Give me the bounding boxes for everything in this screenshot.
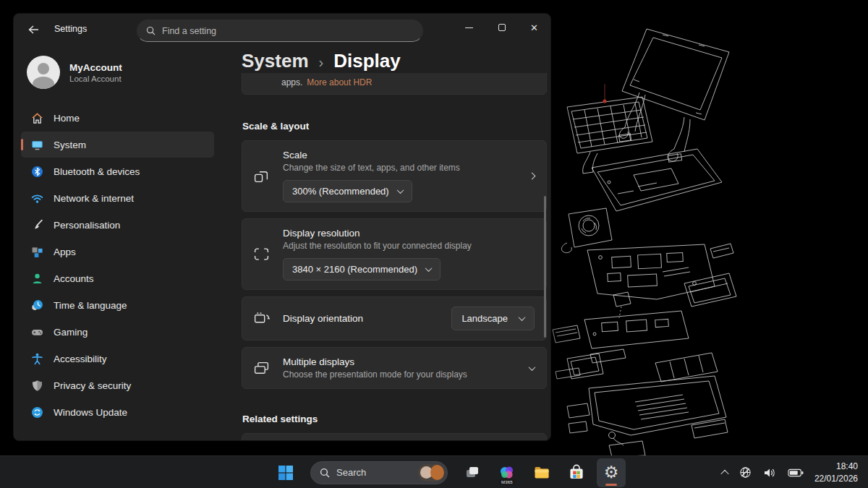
file-explorer-icon xyxy=(533,464,550,481)
resolution-subtitle: Adjust the resolution to fit your connec… xyxy=(283,241,535,251)
home-icon xyxy=(30,111,43,124)
settings-gear-icon: ⚙ xyxy=(604,464,619,481)
sidebar-item-label: Privacy & security xyxy=(54,380,131,391)
maximize-button[interactable] xyxy=(485,14,518,41)
taskbar: Search M365 ⚙ xyxy=(0,455,868,488)
sidebar-nav: Home System Bluetooth & devices xyxy=(14,105,221,425)
task-view-button[interactable] xyxy=(458,458,487,487)
sidebar-item-label: Gaming xyxy=(54,327,88,338)
search-icon xyxy=(320,468,330,478)
display-orientation-icon xyxy=(252,310,270,328)
copilot-m365-button[interactable]: M365 xyxy=(493,458,522,487)
chevron-down-icon xyxy=(529,364,536,371)
close-button[interactable]: ✕ xyxy=(518,14,550,41)
apps-icon xyxy=(30,245,43,258)
avatar xyxy=(27,56,60,89)
resolution-value: 3840 × 2160 (Recommended) xyxy=(292,264,417,275)
accessibility-icon xyxy=(30,352,43,365)
breadcrumb-system[interactable]: System xyxy=(242,50,309,72)
bluetooth-icon xyxy=(30,165,43,178)
account-card[interactable]: MyAccount Local Account xyxy=(14,46,221,93)
settings-content: apps. More about HDR Scale & layout Scal… xyxy=(242,73,547,440)
orientation-dropdown[interactable]: Landscape xyxy=(451,307,535,330)
sidebar-item-windows-update[interactable]: Windows Update xyxy=(21,399,214,425)
wallpaper-exploded-laptop-diagram xyxy=(547,0,868,457)
chevron-down-icon xyxy=(425,265,433,272)
sidebar-item-home[interactable]: Home xyxy=(21,105,214,131)
scrollbar[interactable] xyxy=(544,196,546,338)
chevron-down-icon xyxy=(519,314,526,321)
copilot-m365-badge: M365 xyxy=(499,479,515,485)
taskbar-center: Search M365 ⚙ xyxy=(271,456,626,488)
related-settings-heading: Related settings xyxy=(242,414,547,427)
titlebar: Settings ✕ xyxy=(14,14,550,46)
multiple-displays-title: Multiple displays xyxy=(283,356,516,367)
system-icon xyxy=(30,138,43,151)
sidebar-item-personalisation[interactable]: Personalisation xyxy=(21,212,214,238)
battery-icon xyxy=(788,468,804,477)
sidebar-item-label: Accounts xyxy=(54,273,94,284)
windows-logo-icon xyxy=(278,465,294,481)
back-button[interactable] xyxy=(25,22,41,38)
sidebar-item-accessibility[interactable]: Accessibility xyxy=(21,346,214,372)
active-app-indicator xyxy=(605,484,617,486)
volume-button[interactable] xyxy=(760,461,780,485)
sidebar-item-label: Bluetooth & devices xyxy=(54,166,140,177)
sidebar-item-apps[interactable]: Apps xyxy=(21,239,214,265)
sidebar-item-label: System xyxy=(54,140,86,150)
display-resolution-icon xyxy=(252,246,270,263)
sidebar: MyAccount Local Account Home xyxy=(14,46,221,440)
sidebar-item-privacy-security[interactable]: Privacy & security xyxy=(21,372,214,398)
hdr-clipped-text: apps. xyxy=(281,77,302,87)
account-name: MyAccount xyxy=(69,62,122,73)
breadcrumb: System › Display xyxy=(242,50,401,72)
chevron-down-icon xyxy=(396,187,404,194)
scale-value: 300% (Recommended) xyxy=(292,186,389,197)
multiple-displays-card[interactable]: Multiple displays Choose the presentatio… xyxy=(242,347,547,389)
file-explorer-button[interactable] xyxy=(527,458,556,487)
search-highlight-image[interactable] xyxy=(418,464,444,481)
desktop: Settings ✕ MyAccount Local Account xyxy=(0,0,868,488)
taskbar-clock[interactable]: 18:40 22/01/2026 xyxy=(812,461,862,484)
network-status-button[interactable] xyxy=(736,461,755,485)
hdr-card-clipped[interactable]: apps. More about HDR xyxy=(242,73,547,95)
sidebar-item-network-internet[interactable]: Network & internet xyxy=(21,185,214,211)
microsoft-store-button[interactable] xyxy=(562,458,591,487)
sidebar-item-label: Apps xyxy=(54,247,76,257)
resolution-card[interactable]: Display resolution Adjust the resolution… xyxy=(242,218,547,290)
sidebar-item-time-language[interactable]: Time & language xyxy=(21,292,214,318)
sidebar-item-gaming[interactable]: Gaming xyxy=(21,319,214,345)
clock-date: 22/01/2026 xyxy=(814,473,858,484)
no-internet-globe-icon xyxy=(739,466,752,479)
breadcrumb-separator: › xyxy=(319,52,324,71)
sidebar-item-label: Time & language xyxy=(54,300,127,311)
sidebar-item-bluetooth-devices[interactable]: Bluetooth & devices xyxy=(21,158,214,184)
sidebar-item-accounts[interactable]: Accounts xyxy=(21,265,214,291)
task-view-icon xyxy=(464,465,480,481)
orientation-card[interactable]: Display orientation Landscape xyxy=(242,296,547,341)
hidden-icons-button[interactable] xyxy=(718,461,731,485)
search-input[interactable] xyxy=(162,26,393,36)
taskbar-search[interactable]: Search xyxy=(310,461,448,484)
battery-button[interactable] xyxy=(784,461,807,485)
advanced-display-card-clipped[interactable]: Advanced display xyxy=(242,433,547,440)
sidebar-item-label: Accessibility xyxy=(54,354,107,364)
settings-search-box[interactable] xyxy=(137,20,423,42)
speaker-icon xyxy=(763,467,776,479)
accounts-icon xyxy=(30,272,43,285)
resolution-dropdown[interactable]: 3840 × 2160 (Recommended) xyxy=(283,258,441,281)
more-about-hdr-link[interactable]: More about HDR xyxy=(307,77,372,87)
search-icon xyxy=(146,26,156,35)
settings-app-button[interactable]: ⚙ xyxy=(597,458,626,487)
minimize-button[interactable] xyxy=(453,14,485,41)
window-controls: ✕ xyxy=(453,14,550,41)
privacy-icon xyxy=(30,379,43,392)
windows-update-icon xyxy=(30,406,43,419)
scale-dropdown[interactable]: 300% (Recommended) xyxy=(283,180,412,202)
taskbar-tray: 18:40 22/01/2026 xyxy=(718,456,862,488)
sidebar-item-label: Home xyxy=(54,113,80,124)
scale-card[interactable]: Scale Change the size of text, apps, and… xyxy=(242,140,547,212)
sidebar-item-system[interactable]: System xyxy=(21,132,214,158)
start-button[interactable] xyxy=(271,458,300,487)
gaming-icon xyxy=(30,325,43,338)
